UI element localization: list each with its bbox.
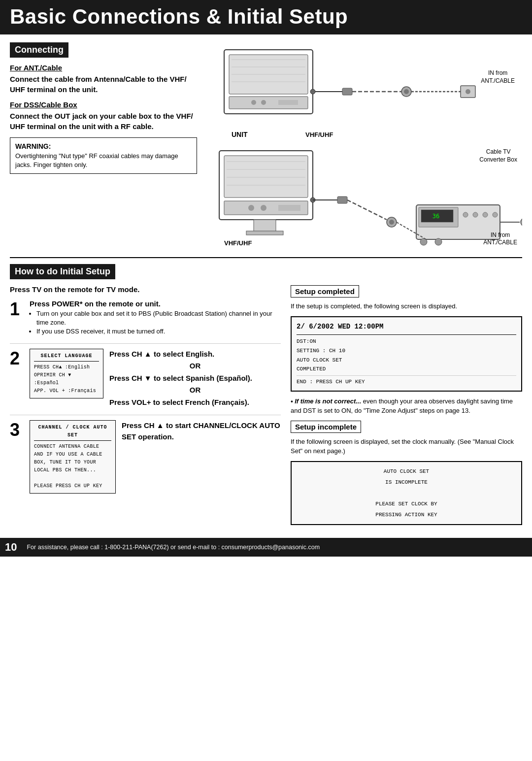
svg-rect-28 bbox=[278, 205, 300, 211]
top-diagram-svg bbox=[202, 42, 522, 141]
step-2-press-ch-up: Press CH ▲ to select English. bbox=[109, 349, 281, 360]
step-2-number: 2 bbox=[10, 350, 24, 367]
setup-completed: Setup completed If the setup is complete… bbox=[291, 285, 522, 416]
step-1-content: Press POWER* on the remote or unit. Turn… bbox=[30, 299, 281, 336]
incomplete-line-5: PRESSING ACTION KEY bbox=[297, 509, 516, 520]
step-1: 1 Press POWER* on the remote or unit. Tu… bbox=[10, 299, 281, 336]
setup-completed-desc: If the setup is completed, the following… bbox=[291, 301, 522, 311]
setup-screen-line-5: END : PRESS CH UP KEY bbox=[297, 375, 516, 387]
step-3-line-4: LOCAL PBS CH THEN... bbox=[34, 466, 111, 474]
warning-text: Overtightening "Nut type" RF coaxial cab… bbox=[15, 152, 178, 168]
page-footer: 10 For assistance, please call : 1-800-2… bbox=[0, 538, 532, 557]
setup-screen-line-3: AUTO CLOCK SET bbox=[297, 356, 516, 365]
step-1-bullets: Turn on your cable box and set it to PBS… bbox=[36, 309, 281, 336]
svg-rect-33 bbox=[337, 197, 347, 203]
step-2-press-ch-down: Press CH ▼ to select Spanish (Español). bbox=[109, 373, 281, 384]
step-3-number: 3 bbox=[10, 421, 24, 439]
vhf-uhf-label-top: VHF/UHF bbox=[305, 131, 333, 138]
vhf-uhf-label-bottom: VHF/UHF bbox=[224, 239, 252, 247]
footer-text: For assistance, please call : 1-800-211-… bbox=[27, 544, 320, 551]
bottom-diagram: 36 VHF/UHF bbox=[202, 146, 522, 249]
step-2-or-2: OR bbox=[109, 385, 281, 396]
page-content: Connecting For ANT./Cable Connect the ca… bbox=[0, 34, 532, 530]
step-2-box-title: SELECT LANGUAGE bbox=[34, 352, 99, 362]
in-from-label-bottom: IN fromANT./CABLE bbox=[483, 232, 517, 247]
setup-completed-note: • If time is not correct... even though … bbox=[291, 397, 522, 416]
how-columns: Press TV on the remote for TV mode. 1 Pr… bbox=[10, 285, 522, 530]
svg-rect-20 bbox=[224, 156, 308, 198]
warning-label: WARNING: bbox=[15, 142, 51, 150]
svg-point-41 bbox=[463, 212, 468, 217]
setup-incomplete-desc: If the following screen is displayed, se… bbox=[291, 437, 522, 456]
step-2-box-line-1: PRESS CH▲ :English bbox=[34, 364, 99, 371]
setup-incomplete-label: Setup incomplete bbox=[291, 421, 361, 433]
page-title: Basic Connections & Initial Setup bbox=[10, 5, 522, 29]
incomplete-line-1: AUTO CLOCK SET bbox=[297, 466, 516, 477]
warning-box: WARNING: Overtightening "Nut type" RF co… bbox=[10, 137, 197, 174]
connecting-section-label: Connecting bbox=[10, 42, 68, 58]
step-3-line-5 bbox=[34, 474, 111, 482]
step-2-press-vol: Press VOL+ to select French (Français). bbox=[109, 397, 281, 408]
step-1-bullet-2: If you use DSS receiver, it must be turn… bbox=[36, 327, 281, 336]
step-3-screen-box: CHANNEL / CLOCK AUTO SET CONNECT ANTENNA… bbox=[30, 420, 116, 494]
step-3-press-ch: Press CH ▲ to start CHANNEL/CLOCK AUTO S… bbox=[122, 420, 281, 442]
in-from-label-top: IN fromANT./CABLE bbox=[481, 69, 515, 85]
step-3-line-6: PLEASE PRESS CH UP KEY bbox=[34, 482, 111, 490]
svg-point-36 bbox=[389, 220, 394, 225]
svg-line-34 bbox=[347, 200, 387, 220]
step-2-box-line-2: OPRIMIR CH ▼ :Español bbox=[34, 371, 99, 387]
svg-point-27 bbox=[261, 205, 266, 211]
svg-point-10 bbox=[310, 89, 315, 94]
svg-point-18 bbox=[466, 89, 470, 94]
svg-rect-12 bbox=[342, 88, 352, 95]
step-1-bullet-1: Turn on your cable box and set it to PBS… bbox=[36, 309, 281, 327]
svg-point-44 bbox=[493, 212, 498, 217]
svg-point-8 bbox=[261, 100, 266, 105]
setup-incomplete-screen: AUTO CLOCK SET IS INCOMPLETE PLEASE SET … bbox=[291, 461, 522, 525]
svg-rect-9 bbox=[278, 100, 298, 105]
svg-point-49 bbox=[521, 218, 522, 226]
dss-text: Connect the OUT jack on your cable box t… bbox=[10, 111, 197, 132]
setup-completed-label: Setup completed bbox=[291, 285, 359, 298]
how-to-section: How to do Initial Setup Press TV on the … bbox=[10, 257, 522, 530]
step-1-heading: Press POWER* on the remote or unit. bbox=[30, 299, 281, 308]
how-right: Setup completed If the setup is complete… bbox=[291, 285, 522, 530]
incomplete-line-2: IS INCOMPLETE bbox=[297, 477, 516, 488]
step-3-right: Press CH ▲ to start CHANNEL/CLOCK AUTO S… bbox=[122, 420, 281, 442]
top-diagram: UNIT VHF/UHF IN fromANT./CABLE bbox=[202, 42, 522, 141]
connecting-section: Connecting For ANT./Cable Connect the ca… bbox=[10, 42, 522, 249]
svg-point-26 bbox=[248, 205, 254, 211]
svg-point-7 bbox=[251, 100, 256, 105]
setup-screen-line-4: COMPLETED bbox=[297, 364, 516, 374]
step-3-box-title: CHANNEL / CLOCK AUTO SET bbox=[34, 424, 111, 441]
page-header: Basic Connections & Initial Setup bbox=[0, 0, 532, 34]
step-2-or-1: OR bbox=[109, 361, 281, 372]
step-2: 2 SELECT LANGUAGE PRESS CH▲ :English OPR… bbox=[10, 349, 281, 408]
svg-point-42 bbox=[473, 212, 478, 217]
how-left: Press TV on the remote for TV mode. 1 Pr… bbox=[10, 285, 281, 530]
setup-completed-date: 2/ 6/2002 WED 12:00PM bbox=[297, 321, 516, 335]
step-2-right: Press CH ▲ to select English. OR Press C… bbox=[109, 349, 281, 408]
dss-heading: For DSS/Cable Box bbox=[10, 100, 197, 109]
connecting-right: UNIT VHF/UHF IN fromANT./CABLE bbox=[202, 42, 522, 249]
how-to-section-label: How to do Initial Setup bbox=[10, 264, 115, 279]
ant-cable-heading: For ANT./Cable bbox=[10, 64, 197, 72]
incomplete-line-3 bbox=[297, 488, 516, 498]
step-3-line-3: BOX, TUNE IT TO YOUR bbox=[34, 459, 111, 466]
step-3-line-2: AND IF YOU USE A CABLE bbox=[34, 451, 111, 459]
diagram-container: UNIT VHF/UHF IN fromANT./CABLE bbox=[202, 42, 522, 249]
connecting-left: Connecting For ANT./Cable Connect the ca… bbox=[10, 42, 197, 249]
cable-tv-label: Cable TVConverter Box bbox=[479, 148, 517, 164]
ant-cable-text: Connect the cable from Antenna/Cable to … bbox=[10, 74, 197, 95]
svg-point-15 bbox=[404, 89, 409, 94]
footer-page-number: 10 bbox=[5, 541, 17, 554]
setup-screen-line-1: DST:ON bbox=[297, 337, 516, 346]
svg-point-43 bbox=[483, 212, 488, 217]
step-1-number: 1 bbox=[10, 300, 24, 318]
svg-point-45 bbox=[420, 238, 427, 245]
step-3-line-1: CONNECT ANTENNA CABLE bbox=[34, 443, 111, 451]
step-2-box-line-3: APP. VOL + :Français bbox=[34, 387, 99, 395]
incomplete-line-4: PLEASE SET CLOCK BY bbox=[297, 498, 516, 509]
setup-screen-line-2: SETTING : CH 10 bbox=[297, 346, 516, 356]
step-2-screen-box: SELECT LANGUAGE PRESS CH▲ :English OPRIM… bbox=[30, 349, 103, 398]
